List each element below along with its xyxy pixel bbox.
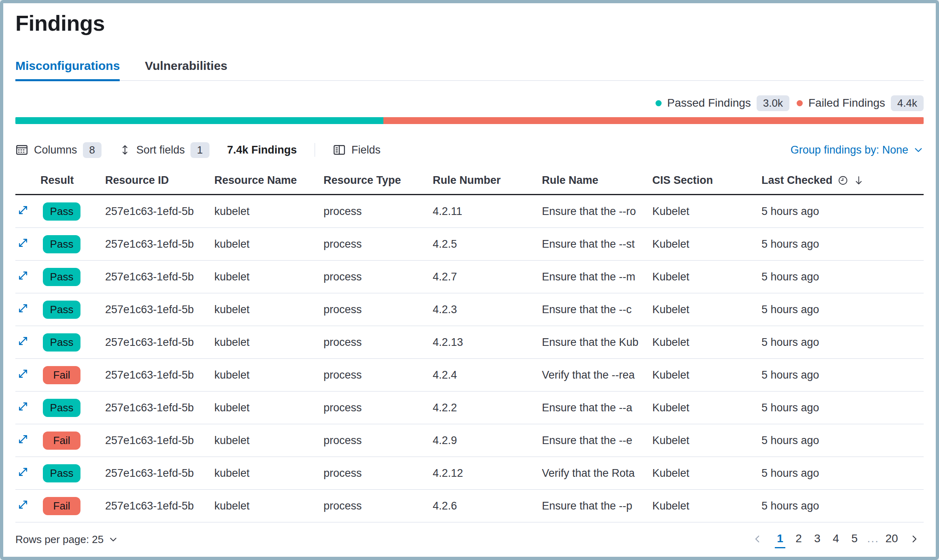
page-number-button[interactable]: 5 [845,531,864,548]
page-number-button[interactable]: 4 [827,531,845,548]
result-badge: Pass [43,333,80,352]
tab-vulnerabilities[interactable]: Vulnerabilities [145,59,227,80]
cell-cis-section: Kubelet [652,467,761,480]
column-header-cis-section[interactable]: CIS Section [652,174,761,187]
cell-resource-id: 257e1c63-1efd-5b [105,303,214,316]
columns-button[interactable]: Columns 8 [15,142,102,158]
chevron-down-icon [913,145,924,155]
cell-resource-type: process [324,238,433,251]
cell-resource-id: 257e1c63-1efd-5b [105,336,214,349]
expand-finding-button[interactable] [17,335,29,348]
pagination: 12345...20 [748,531,924,548]
cell-resource-name: kubelet [214,500,324,512]
table-body: Pass 257e1c63-1efd-5b kubelet process 4.… [15,195,924,522]
cell-rule-number: 4.2.5 [433,238,542,251]
cell-resource-id: 257e1c63-1efd-5b [105,271,214,283]
failed-count-badge: 4.4k [891,95,924,111]
cell-rule-number: 4.2.13 [433,336,542,349]
cell-resource-name: kubelet [214,369,324,381]
table-row: Pass 257e1c63-1efd-5b kubelet process 4.… [15,326,924,359]
cell-resource-id: 257e1c63-1efd-5b [105,434,214,447]
cell-rule-number: 4.2.4 [433,369,542,381]
findings-table: Result Resource ID Resource Name Resourc… [15,167,924,522]
legend-item-failed[interactable]: Failed Findings 4.4k [797,95,924,111]
result-badge: Pass [43,202,80,221]
columns-count-badge: 8 [83,142,102,158]
cell-last-checked: 5 hours ago [761,467,924,480]
table-row: Pass 257e1c63-1efd-5b kubelet process 4.… [15,457,924,490]
page-number-button[interactable]: 3 [808,531,827,548]
previous-page-button[interactable] [748,534,767,545]
expand-finding-button[interactable] [17,269,29,283]
tab-misconfigurations[interactable]: Misconfigurations [15,59,120,81]
distribution-bar [15,117,924,124]
cell-last-checked: 5 hours ago [761,271,924,283]
expand-finding-button[interactable] [17,237,29,250]
expand-icon [17,368,29,380]
expand-icon [17,269,29,282]
page-number-button[interactable]: 2 [789,531,808,548]
cell-rule-number: 4.2.9 [433,434,542,447]
cell-cis-section: Kubelet [652,402,761,414]
cell-cis-section: Kubelet [652,434,761,447]
cell-rule-name: Verify that the --rea [542,369,652,381]
result-badge: Pass [43,235,80,253]
expand-finding-button[interactable] [17,204,29,217]
cell-cis-section: Kubelet [652,238,761,251]
expand-finding-button[interactable] [17,499,29,512]
expand-finding-button[interactable] [17,466,29,479]
expand-icon [17,499,29,511]
cell-rule-number: 4.2.11 [433,205,542,218]
expand-icon [17,400,29,413]
cell-last-checked: 5 hours ago [761,500,924,512]
sort-fields-button[interactable]: Sort fields 1 [119,142,209,158]
cell-resource-name: kubelet [214,402,324,414]
rows-per-page-button[interactable]: Rows per page: 25 [15,533,118,546]
column-header-resource-type[interactable]: Resource Type [324,174,433,187]
legend-item-passed[interactable]: Passed Findings 3.0k [656,95,789,111]
cell-rule-name: Ensure that the --st [542,238,652,251]
column-header-last-checked[interactable]: Last Checked [761,174,924,187]
fields-button[interactable]: Fields [333,143,381,156]
expand-icon [17,335,29,347]
page-number-button[interactable]: 20 [882,531,901,548]
table-row: Pass 257e1c63-1efd-5b kubelet process 4.… [15,195,924,228]
column-header-rule-number[interactable]: Rule Number [433,174,542,187]
pagination-pages: 12345...20 [771,531,901,548]
cell-rule-number: 4.2.6 [433,500,542,512]
expand-finding-button[interactable] [17,368,29,381]
cell-rule-name: Ensure that the --m [542,271,652,283]
next-page-button[interactable] [905,534,924,545]
cell-resource-type: process [324,402,433,414]
bar-failed-segment [383,117,924,124]
column-header-resource-id[interactable]: Resource ID [105,174,214,187]
cell-rule-name: Ensure that the --e [542,434,652,447]
cell-cis-section: Kubelet [652,369,761,381]
page-title: Findings [15,10,924,36]
expand-finding-button[interactable] [17,433,29,446]
expand-finding-button[interactable] [17,400,29,414]
chevron-right-icon [909,534,920,544]
distribution-legend: Passed Findings 3.0k Failed Findings 4.4… [15,95,924,112]
cell-last-checked: 5 hours ago [761,369,924,381]
column-header-resource-name[interactable]: Resource Name [214,174,324,187]
cell-rule-number: 4.2.2 [433,402,542,414]
page-number-button[interactable]: 1 [771,531,789,548]
table-header-row: Result Resource ID Resource Name Resourc… [15,167,924,195]
cell-rule-number: 4.2.3 [433,303,542,316]
column-header-result[interactable]: Result [40,174,105,187]
column-header-rule-name[interactable]: Rule Name [542,174,652,187]
cell-rule-name: Ensure that the --a [542,402,652,414]
cell-resource-type: process [324,303,433,316]
cell-resource-id: 257e1c63-1efd-5b [105,402,214,414]
cell-rule-number: 4.2.12 [433,467,542,480]
expand-finding-button[interactable] [17,302,29,316]
rows-per-page-label: Rows per page: 25 [15,533,104,546]
table-row: Fail 257e1c63-1efd-5b kubelet process 4.… [15,424,924,457]
group-findings-by-label: Group findings by: None [791,144,908,156]
chevron-left-icon [752,534,763,544]
group-findings-by-button[interactable]: Group findings by: None [791,144,924,156]
table-row: Pass 257e1c63-1efd-5b kubelet process 4.… [15,293,924,326]
cell-rule-number: 4.2.7 [433,271,542,283]
chevron-down-icon [108,535,118,544]
